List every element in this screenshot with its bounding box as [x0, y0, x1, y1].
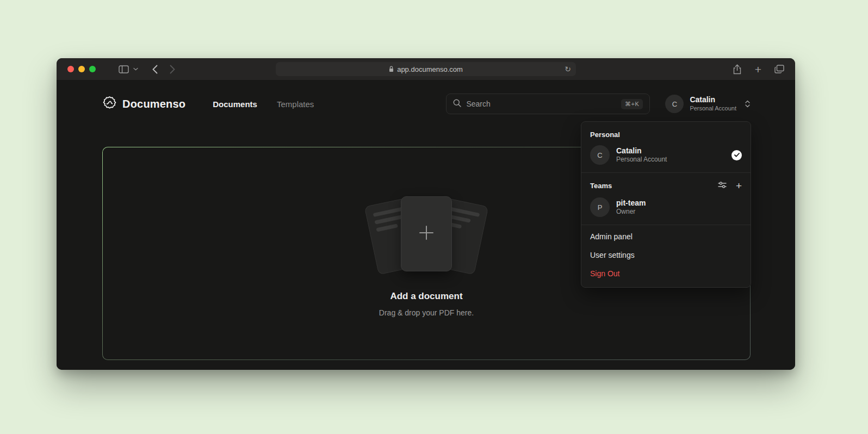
account-type: Personal Account: [690, 105, 736, 113]
brand-home-link[interactable]: Documenso: [102, 96, 185, 113]
refresh-icon[interactable]: ↻: [565, 62, 571, 76]
personal-section-label: Personal: [581, 124, 751, 143]
search-shortcut-badge: ⌘+K: [621, 99, 643, 109]
brand-name: Documenso: [122, 98, 185, 110]
main-nav: Documents Templates: [213, 100, 314, 109]
plus-icon: [417, 224, 436, 244]
titlebar-right-controls: +: [733, 64, 784, 75]
sidebar-toggle-icon[interactable]: [119, 65, 129, 73]
window-controls: [67, 66, 96, 72]
dropzone-subtitle: Drag & drop your PDF here.: [379, 308, 474, 317]
selected-check-icon: [731, 150, 742, 160]
app-page: Documenso Documents Templates Search ⌘+K…: [57, 80, 795, 370]
manage-teams-icon[interactable]: [718, 181, 727, 191]
team-role: Owner: [616, 208, 742, 216]
documenso-logo-icon: [102, 96, 117, 113]
search-icon: [453, 99, 461, 109]
nav-templates[interactable]: Templates: [277, 100, 314, 109]
search-input[interactable]: Search ⌘+K: [446, 94, 650, 114]
account-name: Catalin: [690, 95, 736, 105]
back-icon[interactable]: [152, 65, 158, 74]
team-item[interactable]: P pit-team Owner: [581, 195, 751, 224]
menu-item-admin-panel[interactable]: Admin panel: [581, 227, 751, 246]
document-card-center: [401, 196, 452, 271]
browser-titlebar: app.documenso.com ↻ +: [57, 58, 795, 80]
lock-icon: [389, 66, 394, 72]
create-team-icon[interactable]: +: [736, 181, 742, 191]
account-menu-trigger[interactable]: C Catalin Personal Account: [665, 95, 751, 113]
menu-item-sign-out[interactable]: Sign Out: [581, 264, 751, 283]
minimize-window-button[interactable]: [78, 66, 85, 72]
teams-section-header: Teams +: [581, 175, 751, 195]
personal-account-type: Personal Account: [616, 156, 725, 164]
share-icon[interactable]: [733, 64, 742, 75]
nav-documents[interactable]: Documents: [213, 100, 257, 109]
new-tab-icon[interactable]: +: [755, 64, 761, 75]
team-name: pit-team: [616, 198, 742, 208]
dropzone-title: Add a document: [390, 291, 462, 302]
avatar: C: [590, 145, 610, 165]
personal-account-name: Catalin: [616, 146, 725, 156]
menu-divider: [581, 172, 751, 173]
app-header: Documenso Documents Templates Search ⌘+K…: [102, 91, 751, 117]
forward-icon[interactable]: [170, 65, 175, 74]
address-bar[interactable]: app.documenso.com ↻: [276, 62, 576, 76]
chevron-up-down-icon: [745, 100, 751, 108]
sidebar-chevron-down-icon[interactable]: [133, 67, 138, 71]
menu-item-user-settings[interactable]: User settings: [581, 246, 751, 264]
zoom-window-button[interactable]: [89, 66, 96, 72]
document-cards-illustration: [371, 196, 482, 272]
personal-account-item[interactable]: C Catalin Personal Account: [581, 143, 751, 171]
search-placeholder: Search: [466, 100, 490, 108]
browser-window: app.documenso.com ↻ +: [57, 58, 795, 370]
menu-divider: [581, 225, 751, 225]
teams-section-label: Teams: [590, 182, 718, 190]
close-window-button[interactable]: [67, 66, 74, 72]
account-dropdown-menu: Personal C Catalin Personal Account Team…: [581, 121, 751, 288]
url-text: app.documenso.com: [397, 65, 463, 73]
avatar: C: [665, 95, 684, 113]
tab-overview-icon[interactable]: [774, 65, 784, 73]
team-avatar: P: [590, 197, 610, 217]
